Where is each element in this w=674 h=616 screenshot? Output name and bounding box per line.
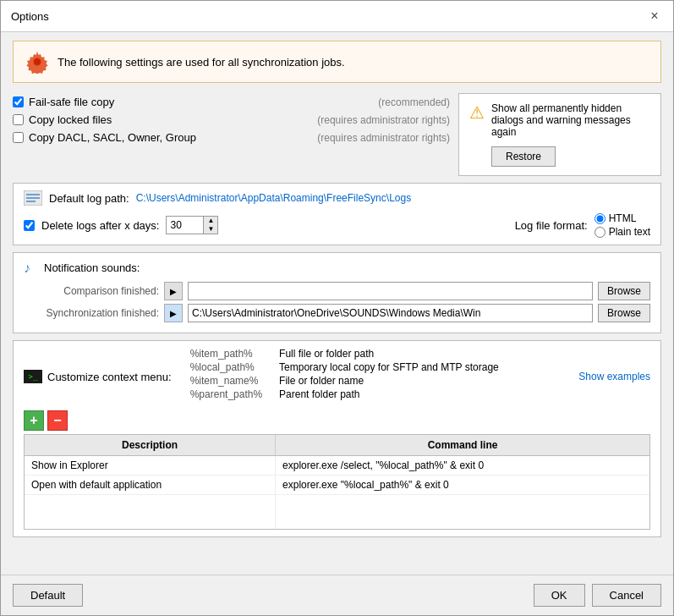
log-path-link[interactable]: C:\Users\Administrator\AppData\Roaming\F… [136,192,411,204]
show-examples-link[interactable]: Show examples [578,371,650,382]
warning-section: ⚠ Show all permanently hidden dialogs an… [458,93,661,176]
sounds-title-text: Notification sounds: [44,261,140,274]
synchronization-label: Synchronization finished: [24,307,159,319]
copy-locked-row: Copy locked files (requires administrato… [13,111,450,129]
synchronization-play-button[interactable]: ▶ [164,304,183,322]
plain-text-radio[interactable] [595,227,606,238]
log-section: Default log path: C:\Users\Administrator… [13,183,661,245]
log-list-icon [24,190,42,206]
info-banner: The following settings are used for all … [13,41,661,83]
context-section: >_ Customize context menu: %item_path% %… [13,340,661,537]
context-title-row: >_ Customize context menu: %item_path% %… [24,348,650,405]
sounds-section: ♪ Notification sounds: Comparison finish… [13,252,661,333]
remove-row-button[interactable]: − [47,410,68,431]
desc-local-path: Temporary local copy for SFTP and MTP st… [279,361,499,373]
context-title-text: Customize context menu: [47,371,172,383]
context-variables: %item_path% %local_path% %item_name% %pa… [190,348,574,400]
log-right: Log file format: HTML Plain text [515,212,650,238]
context-actions: + − [24,410,650,431]
copy-dacl-row: Copy DACL, SACL, Owner, Group (requires … [13,129,450,146]
col-description: Description [25,435,276,456]
top-section: Fail-safe file copy (recommended) Copy l… [13,93,661,176]
fail-safe-label: Fail-safe file copy [29,96,373,108]
html-label: HTML [609,212,637,224]
copy-locked-checkbox[interactable] [13,114,24,125]
copy-locked-label: Copy locked files [29,113,312,126]
desc-item-path: Full file or folder path [279,348,499,360]
log-controls: Delete logs after x days: ▲ ▼ Log file f… [24,212,650,238]
days-spinner: ▲ ▼ [166,216,218,234]
cancel-button[interactable]: Cancel [592,584,661,607]
copy-locked-hint: (requires administrator rights) [317,114,450,126]
fail-safe-hint: (recommended) [378,96,450,108]
table-row[interactable]: Open with default application explorer.e… [25,476,649,495]
vars-column: %item_path% %local_path% %item_name% %pa… [190,348,262,400]
desc-item-name: File or folder name [279,375,499,387]
delete-logs-checkbox[interactable] [24,220,35,231]
dialog-title: Options [11,10,49,23]
context-table-wrapper: Description Command line Show in Explore… [24,434,650,530]
var-item-path: %item_path% [190,348,262,360]
html-radio[interactable] [595,213,606,224]
comparison-browse-button[interactable]: Browse [598,282,650,300]
music-note-icon: ♪ [24,260,39,275]
row2-command: explorer.exe "%local_path%" & exit 0 [276,476,649,495]
row1-command: explorer.exe /select, "%local_path%" & e… [276,456,649,476]
days-input[interactable] [166,216,203,234]
context-table: Description Command line Show in Explore… [25,435,649,529]
synchronization-sound-input[interactable] [188,304,593,322]
copy-dacl-hint: (requires administrator rights) [317,132,450,144]
var-local-path: %local_path% [190,361,262,373]
plain-text-radio-row: Plain text [595,226,650,238]
comparison-play-button[interactable]: ▶ [164,282,183,300]
table-body: Show in Explorer explorer.exe /select, "… [25,456,649,529]
log-path-label: Default log path: [49,192,129,205]
cmd-icon: >_ [24,370,42,383]
format-label: Log file format: [515,219,588,232]
title-bar: Options × [1,1,673,32]
plain-text-label: Plain text [609,226,650,238]
comparison-label: Comparison finished: [24,285,159,297]
close-button[interactable]: × [646,8,663,25]
restore-button[interactable]: Restore [491,146,556,167]
fail-safe-row: Fail-safe file copy (recommended) [13,93,450,111]
default-button[interactable]: Default [13,584,83,607]
spin-down-button[interactable]: ▼ [204,225,217,234]
warning-text: Show all permanently hidden dialogs and … [491,102,650,138]
ok-button[interactable]: OK [534,584,585,607]
comparison-sound-input[interactable] [188,282,593,300]
row2-description: Open with default application [25,476,276,495]
log-path-row: Default log path: C:\Users\Administrator… [24,190,650,206]
desc-parent-path: Parent folder path [279,388,499,400]
html-radio-row: HTML [595,212,650,224]
col-command: Command line [276,435,649,456]
warning-content: Show all permanently hidden dialogs and … [491,102,650,167]
descs-column: Full file or folder path Temporary local… [279,348,499,400]
delete-logs-label: Delete logs after x days: [41,219,159,232]
gear-icon [25,50,49,74]
table-row-empty [25,495,649,529]
table-row[interactable]: Show in Explorer explorer.exe /select, "… [25,456,649,476]
add-remove-buttons: + − [24,410,68,431]
svg-point-1 [34,58,41,65]
row1-description: Show in Explorer [25,456,276,476]
table-header-row: Description Command line [25,435,649,456]
copy-dacl-label: Copy DACL, SACL, Owner, Group [29,131,312,144]
synchronization-browse-button[interactable]: Browse [598,304,650,322]
var-item-name: %item_name% [190,375,262,387]
bottom-right: OK Cancel [534,584,661,607]
bottom-bar: Default OK Cancel [1,575,673,615]
add-row-button[interactable]: + [24,410,44,431]
dialog-content: The following settings are used for all … [1,32,673,575]
fail-safe-checkbox[interactable] [13,96,24,107]
log-left: Delete logs after x days: ▲ ▼ [24,216,505,234]
checkboxes-section: Fail-safe file copy (recommended) Copy l… [13,93,450,176]
copy-dacl-checkbox[interactable] [13,132,24,143]
var-parent-path: %parent_path% [190,388,262,400]
synchronization-sound-row: Synchronization finished: ▶ Browse [24,304,650,322]
warning-icon: ⚠ [469,102,485,123]
options-dialog: Options × The following settings are use… [0,0,674,616]
format-radio-group: HTML Plain text [595,212,650,238]
spin-up-button[interactable]: ▲ [204,217,217,225]
banner-text: The following settings are used for all … [58,56,345,69]
